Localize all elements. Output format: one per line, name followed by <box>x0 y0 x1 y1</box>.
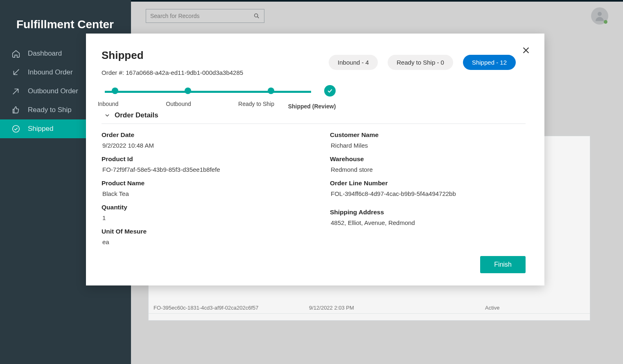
field-value: FO-72f9f7af-58e5-43b9-85f3-d35ee1b8fefe <box>102 166 297 173</box>
order-modal: Shipped Order #: 167a0668-a42a-ed11-9db1… <box>86 34 544 285</box>
field-value: 4852, Elliot, Avenue, Redmond <box>330 219 526 226</box>
order-number-line: Order #: 167a0668-a42a-ed11-9db1-000d3a3… <box>102 69 526 76</box>
home-icon <box>11 49 20 58</box>
close-button[interactable] <box>521 46 530 56</box>
order-number-value: 167a0668-a42a-ed11-9db1-000d3a3b4285 <box>126 69 243 76</box>
field-label: Product Id <box>102 155 297 163</box>
field-label: Warehouse <box>330 155 526 163</box>
field-order-line: Order Line Number FOL-394ff6c8-4d97-4cac… <box>330 180 526 197</box>
close-icon <box>521 46 530 55</box>
field-customer: Customer Name Richard Miles <box>330 131 526 149</box>
arrow-out-icon <box>11 87 20 96</box>
sidebar-item-label: Ready to Ship <box>28 106 72 114</box>
field-label: Shipping Address <box>330 209 526 216</box>
step-label: Ready to Ship <box>238 101 274 107</box>
bg-row-date: 9/12/2022 2:03 PM <box>309 305 485 311</box>
field-warehouse: Warehouse Redmond store <box>330 155 526 173</box>
field-value: 1 <box>102 214 297 221</box>
section-title: Order Details <box>115 111 158 119</box>
step-label: Shipped (Review) <box>288 103 336 110</box>
thumbs-up-icon <box>11 106 20 115</box>
step-check-icon <box>324 85 336 97</box>
field-quantity: Quantity 1 <box>102 204 297 221</box>
bg-row-status: Active <box>485 305 585 311</box>
finish-button[interactable]: Finish <box>480 256 526 273</box>
svg-point-0 <box>13 126 20 133</box>
step-outbound: Outbound <box>175 88 201 107</box>
field-value: 9/2/2022 10:48 AM <box>102 142 297 149</box>
step-dot-icon <box>112 88 118 94</box>
field-label: Quantity <box>102 204 297 211</box>
field-label: Product Name <box>102 180 297 187</box>
field-shipping-address: Shipping Address 4852, Elliot, Avenue, R… <box>330 209 526 226</box>
badge-inbound[interactable]: Inbound - 4 <box>329 55 378 70</box>
details-left-col: Order Date 9/2/2022 10:48 AM Product Id … <box>102 131 297 252</box>
step-label: Outbound <box>166 101 191 107</box>
order-details-header[interactable]: Order Details <box>102 111 526 119</box>
sidebar-item-label: Shipped <box>28 125 53 133</box>
badge-ready-to-ship[interactable]: Ready to Ship - 0 <box>388 55 453 70</box>
step-inbound: Inbound <box>105 88 126 107</box>
stepper: Inbound Outbound Ready to Ship Shipped (… <box>102 88 355 111</box>
status-badges: Inbound - 4 Ready to Ship - 0 Shipped - … <box>329 55 516 70</box>
step-shipped: Shipped (Review) <box>306 88 354 110</box>
field-product-id: Product Id FO-72f9f7af-58e5-43b9-85f3-d3… <box>102 155 297 173</box>
step-dot-icon <box>268 88 274 94</box>
field-value: Black Tea <box>102 190 297 197</box>
step-dot-icon <box>185 88 191 94</box>
table-row: FO-395ec60c-1831-4cd3-af9f-02ca202c6f57 … <box>149 302 590 314</box>
step-label: Inbound <box>98 101 119 107</box>
check-circle-icon <box>11 124 20 133</box>
field-label: Order Line Number <box>330 180 526 187</box>
field-uom: Unit Of Mesure ea <box>102 228 297 245</box>
sidebar-item-label: Dashboard <box>28 49 62 58</box>
field-label: Unit Of Mesure <box>102 228 297 235</box>
field-value: FOL-394ff6c8-4d97-4cac-b9b9-5f4a494722bb <box>330 190 526 197</box>
field-value: Richard Miles <box>330 142 526 149</box>
field-value: Redmond store <box>330 166 526 173</box>
divider <box>102 124 526 124</box>
field-value: ea <box>102 238 297 245</box>
badge-shipped[interactable]: Shipped - 12 <box>463 55 516 70</box>
field-product-name: Product Name Black Tea <box>102 180 297 197</box>
arrow-in-icon <box>11 68 20 77</box>
bg-row-id: FO-395ec60c-1831-4cd3-af9f-02ca202c6f57 <box>153 305 309 311</box>
field-order-date: Order Date 9/2/2022 10:48 AM <box>102 131 297 149</box>
step-ready-to-ship: Ready to Ship <box>253 88 289 107</box>
sidebar-item-label: Outbound Order <box>28 87 78 95</box>
field-label: Order Date <box>102 131 297 139</box>
details-grid: Order Date 9/2/2022 10:48 AM Product Id … <box>102 131 526 252</box>
order-number-prefix: Order #: <box>102 69 126 76</box>
details-right-col: Customer Name Richard Miles Warehouse Re… <box>330 131 526 252</box>
chevron-down-icon <box>104 112 111 119</box>
sidebar-item-label: Inbound Order <box>28 68 73 76</box>
field-label: Customer Name <box>330 131 526 139</box>
